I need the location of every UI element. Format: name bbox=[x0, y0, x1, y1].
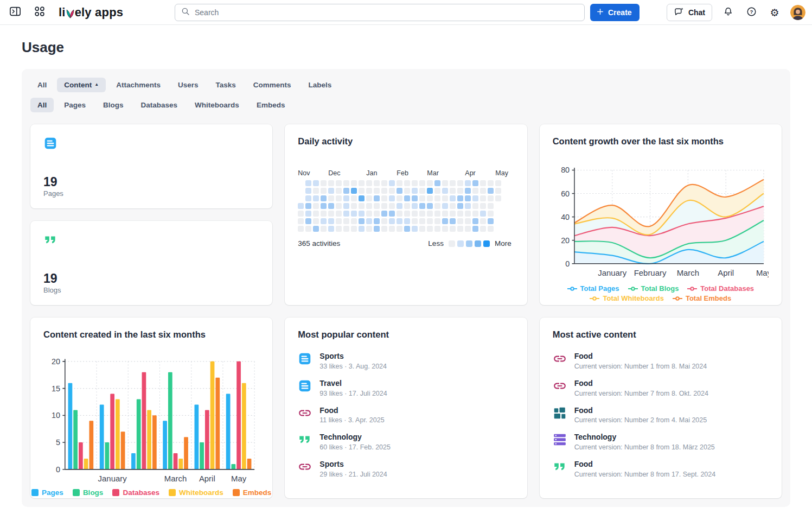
daily-activity-card: Daily activity NovDecJanFebMarAprMay 365… bbox=[285, 124, 527, 305]
page-icon bbox=[298, 379, 312, 393]
legend-item-total-pages[interactable]: Total Pages bbox=[567, 284, 619, 293]
legend-item-total-embeds[interactable]: Total Embeds bbox=[673, 294, 731, 302]
subtab-whiteboards[interactable]: Whiteboards bbox=[188, 98, 246, 112]
tab-labels[interactable]: Labels bbox=[302, 78, 339, 92]
heatmap-cell bbox=[495, 180, 501, 186]
heatmap-cell bbox=[313, 180, 319, 186]
content-item-title: Travel bbox=[319, 379, 387, 388]
legend-square bbox=[457, 240, 464, 247]
subtab-databases[interactable]: Databases bbox=[134, 98, 185, 112]
line-marker-icon bbox=[687, 286, 697, 291]
subtab-pages[interactable]: Pages bbox=[57, 98, 93, 112]
legend-item-pages[interactable]: Pages bbox=[31, 488, 63, 497]
tab-comments[interactable]: Comments bbox=[246, 78, 298, 92]
blogs-count: 19 bbox=[43, 272, 61, 285]
heatmap-cell bbox=[480, 195, 486, 201]
heatmap-cell bbox=[305, 218, 311, 224]
content-list-item[interactable]: FoodCurrent version: Number 1 from 8. Ma… bbox=[553, 352, 769, 370]
heatmap-cell bbox=[495, 188, 501, 194]
blogs-stat-card: 19 Blogs bbox=[30, 221, 272, 305]
heatmap-cell bbox=[336, 211, 342, 217]
heatmap-cell bbox=[450, 203, 456, 209]
heatmap-cell bbox=[404, 218, 410, 224]
content-list-item[interactable]: FoodCurrent version: Number 2 from 4. Ma… bbox=[553, 406, 769, 424]
heatmap-cell bbox=[389, 180, 395, 186]
heatmap-cell bbox=[404, 188, 410, 194]
content-list-item[interactable]: Travel93 likes · 17. Juli 2024 bbox=[298, 379, 514, 397]
content-item-title: Food bbox=[574, 406, 707, 415]
legend-item-total-databases[interactable]: Total Databases bbox=[687, 284, 754, 293]
heatmap-cell bbox=[351, 188, 357, 194]
help-button[interactable]: ? bbox=[744, 5, 759, 20]
tab-tasks[interactable]: Tasks bbox=[208, 78, 242, 92]
heatmap-cell bbox=[336, 203, 342, 209]
heatmap-cell bbox=[480, 180, 486, 186]
settings-button[interactable]: ⚙ bbox=[767, 5, 782, 20]
app-switcher-button[interactable] bbox=[32, 5, 47, 20]
heatmap-cell bbox=[419, 188, 425, 194]
heatmap-cell bbox=[305, 211, 311, 217]
tab-all[interactable]: All bbox=[30, 78, 54, 92]
legend-item-total-blogs[interactable]: Total Blogs bbox=[628, 284, 679, 293]
sidebar-toggle-button[interactable] bbox=[8, 5, 23, 20]
content-list-item[interactable]: Sports29 likes · 21. Juli 2024 bbox=[298, 460, 514, 478]
svg-text:10: 10 bbox=[52, 411, 60, 420]
notifications-button[interactable] bbox=[720, 5, 736, 20]
svg-text:January: January bbox=[598, 269, 627, 277]
heatmap-cell bbox=[321, 226, 327, 232]
legend-item-databases[interactable]: Databases bbox=[112, 488, 159, 497]
heatmap-cell bbox=[321, 195, 327, 201]
search-bar[interactable] bbox=[175, 4, 585, 21]
page-icon bbox=[43, 136, 57, 150]
create-button[interactable]: Create bbox=[590, 4, 640, 21]
heatmap-cell bbox=[480, 211, 486, 217]
heatmap-cell bbox=[366, 180, 372, 186]
lively-apps-logo[interactable]: li ely apps bbox=[59, 5, 123, 20]
topbar-left: li ely apps bbox=[8, 5, 123, 20]
svg-text:March: March bbox=[164, 474, 187, 483]
heatmap-cell bbox=[374, 203, 380, 209]
tab-attachments[interactable]: Attachments bbox=[109, 78, 168, 92]
subtab-all[interactable]: All bbox=[30, 98, 54, 112]
content-item-meta: Current version: Number 2 from 4. Mai 20… bbox=[574, 416, 707, 424]
subtab-blogs[interactable]: Blogs bbox=[96, 98, 131, 112]
content-item-title: Food bbox=[319, 406, 384, 415]
search-input[interactable] bbox=[195, 8, 579, 17]
heatmap-cell bbox=[465, 203, 471, 209]
plus-icon bbox=[596, 7, 605, 18]
heatmap-cell bbox=[472, 188, 478, 194]
legend-item-whiteboards[interactable]: Whiteboards bbox=[169, 488, 223, 497]
tab-users[interactable]: Users bbox=[171, 78, 206, 92]
chat-button[interactable]: Chat bbox=[667, 4, 712, 21]
blog-icon bbox=[553, 460, 567, 474]
content-list-item[interactable]: TechnologyCurrent version: Number 8 from… bbox=[553, 433, 769, 451]
content-list-item[interactable]: Sports33 likes · 3. Aug. 2024 bbox=[298, 352, 514, 370]
heatmap-cell bbox=[336, 195, 342, 201]
content-item-title: Sports bbox=[319, 460, 387, 469]
user-avatar[interactable] bbox=[790, 5, 805, 20]
heatmap-cell bbox=[374, 180, 380, 186]
legend-square bbox=[73, 489, 80, 496]
content-list-item[interactable]: FoodCurrent version: Number 7 from 8. Ok… bbox=[553, 379, 769, 397]
heatmap-cell bbox=[328, 195, 334, 201]
heatmap-cell bbox=[457, 188, 463, 194]
content-list-item[interactable]: FoodCurrent version: Number 8 from 17. S… bbox=[553, 460, 769, 478]
content-list-item[interactable]: Food11 likes · 3. Apr. 2025 bbox=[298, 406, 514, 424]
content-list-item[interactable]: Technology60 likes · 17. Feb. 2025 bbox=[298, 433, 514, 451]
tab-content[interactable]: Content▲ bbox=[57, 78, 106, 92]
heatmap-cell bbox=[450, 226, 456, 232]
legend-item-total-whiteboards[interactable]: Total Whiteboards bbox=[590, 294, 663, 302]
heatmap-cell bbox=[305, 180, 311, 186]
heatmap-cell bbox=[480, 188, 486, 194]
blogs-count-label: Blogs bbox=[43, 286, 61, 294]
content-item-meta: Current version: Number 8 from 17. Sept.… bbox=[574, 471, 716, 478]
page-title: Usage bbox=[22, 39, 790, 56]
heatmap-cell bbox=[381, 226, 387, 232]
svg-text:April: April bbox=[718, 269, 734, 277]
subtab-embeds[interactable]: Embeds bbox=[250, 98, 292, 112]
logo-text-pre: li bbox=[59, 5, 66, 20]
legend-item-embeds[interactable]: Embeds bbox=[233, 488, 272, 497]
legend-item-blogs[interactable]: Blogs bbox=[73, 488, 104, 497]
heatmap-cell bbox=[374, 226, 380, 232]
content-growth-title: Content growth over the last six months bbox=[553, 136, 769, 147]
